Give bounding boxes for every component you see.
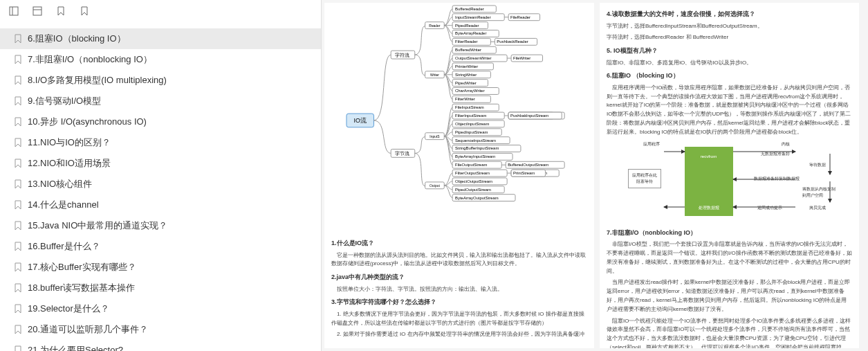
- toc-item-17[interactable]: 17.核心Buffer实现有哪些？: [0, 257, 321, 278]
- svg-text:FilterWriter: FilterWriter: [455, 97, 475, 101]
- toc-item-19[interactable]: 19.Selector是什么？: [0, 298, 321, 319]
- svg-text:PrintStream: PrintStream: [513, 171, 535, 175]
- svg-text:FileReader: FileReader: [510, 15, 530, 19]
- section-7-text2: 当用户进程发出read操作时，如果kernel中数据还没准备好，那么并不会blo…: [607, 278, 852, 314]
- svg-text:Writer: Writer: [430, 73, 439, 77]
- toc-list: 6.阻塞IO（blocking IO）7.非阻塞I/O（nonblocking …: [0, 23, 321, 351]
- svg-text:StringBufferInputStream: StringBufferInputStream: [455, 146, 499, 150]
- svg-text:ByteArrayReader: ByteArrayReader: [455, 31, 486, 35]
- svg-text:CharArrayWriter: CharArrayWriter: [455, 89, 485, 93]
- svg-text:InputStreamReader: InputStreamReader: [455, 15, 491, 19]
- section-1-text: 它是一种数据的流从源头流到目的地。比如文件拷贝，输入流和输出流都包括了。输入流从…: [331, 251, 587, 269]
- bookmark-icon: [14, 138, 22, 147]
- bookmark-icon: [14, 345, 22, 351]
- toc-item-12[interactable]: 12.NIO和IO适用场景: [0, 153, 321, 174]
- content-area: IO流字符流ReaderBufferedReaderInputStreamRea…: [322, 0, 868, 351]
- svg-text:PipedReader: PipedReader: [455, 24, 479, 28]
- toc-item-label: 16.Buffer是什么？: [28, 240, 100, 253]
- section-7-text1: 非阻塞I/O模型，我们把一个套接口设置为非阻塞就是告诉内核，当所请求的I/O操作…: [607, 240, 852, 276]
- toc-item-label: 18.buffer读写数据基本操作: [28, 282, 135, 294]
- svg-text:InputS: InputS: [430, 135, 440, 138]
- svg-text:FilterOutputStream: FilterOutputStream: [455, 171, 490, 175]
- bookmark-icon: [14, 55, 22, 64]
- toc-item-21[interactable]: 21.为什么要用Selector?: [0, 340, 321, 351]
- toc-item-7[interactable]: 7.非阻塞I/O（nonblocking IO）: [0, 49, 321, 70]
- toc-item-label: 19.Selector是什么？: [28, 303, 109, 315]
- bookmark-icon: [14, 262, 22, 272]
- svg-text:FileInputStream: FileInputStream: [455, 105, 484, 109]
- blocking-io-diagram: 应用程序 应用程序在此阻塞等待 系统调用 recvfrom 处理数据报 内核 无…: [607, 141, 852, 224]
- toc-item-label: 12.NIO和IO适用场景: [28, 157, 111, 170]
- svg-text:FileOutputStream: FileOutputStream: [455, 163, 487, 167]
- outline-icon[interactable]: [32, 6, 43, 17]
- toc-item-15[interactable]: 15.Java NIO中最常用的通道实现？: [0, 215, 321, 236]
- mindmap-diagram: IO流字符流ReaderBufferedReaderInputStreamRea…: [324, 3, 594, 235]
- toc-item-9[interactable]: 9.信号驱动I/O模型: [0, 91, 321, 111]
- svg-text:PipedInputStream: PipedInputStream: [455, 130, 488, 134]
- toc-item-16[interactable]: 16.Buffer是什么？: [0, 236, 321, 257]
- section-6-title: 6.阻塞IO （blocking IO）: [607, 71, 852, 81]
- toc-item-label: 14.什么是channel: [28, 199, 99, 211]
- toc-item-label: 8.I/O多路复用模型(IO multiplexing): [28, 74, 167, 87]
- section-4-title: 4.读取数据量大的文件时，速度会很慢，如何选择流？: [607, 10, 852, 19]
- toc-item-label: 6.阻塞IO（blocking IO）: [28, 33, 126, 45]
- toc-item-8[interactable]: 8.I/O多路复用模型(IO multiplexing): [0, 70, 321, 91]
- toc-item-13[interactable]: 13.NIO核心组件: [0, 174, 321, 195]
- toc-item-label: 11.NIO与IO的区别？: [28, 136, 111, 149]
- toc-item-label: 21.为什么要用Selector?: [28, 344, 123, 351]
- svg-text:ObjectOutputStream: ObjectOutputStream: [455, 179, 492, 183]
- toc-item-14[interactable]: 14.什么是channel: [0, 195, 321, 215]
- bookmark-icon: [14, 34, 22, 44]
- section-3-text1: 1. 绝大多数情况下使用字节流会更好，因为字节流是字符流的包装，而大多数时候 I…: [331, 310, 587, 328]
- svg-text:ObjectInputStream: ObjectInputStream: [455, 122, 489, 126]
- svg-rect-0: [10, 7, 18, 15]
- bookmark-icon: [14, 283, 22, 293]
- toc-item-label: 20.通道可以监听那几个事件？: [28, 323, 148, 336]
- section-2-title: 2.java中有几种类型的流？: [331, 273, 587, 282]
- bookmark-icon: [14, 304, 22, 314]
- bookmark-icon: [14, 242, 22, 251]
- toc-item-20[interactable]: 20.通道可以监听那几个事件？: [0, 319, 321, 340]
- svg-text:PipedWriter: PipedWriter: [455, 81, 477, 85]
- toc-item-18[interactable]: 18.buffer读写数据基本操作: [0, 278, 321, 298]
- section-1-title: 1.什么是IO流？: [331, 239, 587, 249]
- svg-text:字符流: 字符流: [395, 53, 409, 57]
- toc-item-10[interactable]: 10.异步 I/O(asynchronous IO): [0, 111, 321, 132]
- svg-rect-2: [33, 7, 41, 15]
- bookmark-icon: [14, 179, 22, 189]
- svg-text:Output: Output: [430, 184, 440, 188]
- bookmark-icon: [14, 159, 22, 168]
- toc-item-label: 10.异步 I/O(asynchronous IO): [28, 116, 147, 128]
- toc-item-label: 13.NIO核心组件: [28, 178, 92, 190]
- svg-text:ByteArrayInputStream: ByteArrayInputStream: [455, 154, 495, 159]
- svg-text:PushbakInputStream: PushbakInputStream: [510, 114, 548, 118]
- bookmark-icon: [14, 96, 22, 106]
- bookmark-icon[interactable]: [55, 6, 66, 17]
- svg-text:StringWriter: StringWriter: [455, 73, 477, 77]
- svg-text:OutputStreamWriter: OutputStreamWriter: [455, 56, 491, 60]
- sidebar: 6.阻塞IO（blocking IO）7.非阻塞I/O（nonblocking …: [0, 0, 322, 351]
- svg-text:BufferedReader: BufferedReader: [455, 7, 484, 11]
- svg-text:Reader: Reader: [429, 24, 441, 28]
- svg-text:PushbackReader: PushbackReader: [497, 39, 528, 44]
- collapse-icon[interactable]: [8, 6, 19, 17]
- section-7-text3: 阻塞IO一个线程只能处理一个IO流事件，要想同时处理多个IO流事件要么多线程要么…: [607, 317, 852, 348]
- svg-text:BufferedOutputStream: BufferedOutputStream: [508, 163, 548, 167]
- toolbar: [0, 0, 321, 23]
- svg-text:PrinterWriter: PrinterWriter: [455, 64, 478, 69]
- section-6-text: 应用程序调用一个IO函数，导致应用程序阻塞，如果数据已经准备好，从内核拷贝到用户…: [607, 84, 852, 137]
- svg-text:FilterInputStream: FilterInputStream: [455, 114, 486, 118]
- svg-text:FilterReader: FilterReader: [455, 39, 478, 44]
- bookmark-filled-icon[interactable]: [79, 6, 90, 17]
- section-4-text2: 字符流时，选择BufferedReader 和 BufferedWriter: [607, 33, 852, 42]
- toc-item-label: 7.非阻塞I/O（nonblocking IO）: [28, 53, 152, 66]
- svg-text:IO流: IO流: [354, 117, 367, 124]
- section-3-text2: 2. 如果对于操作需要通过 IO 在内存中频繁处理字符串的情况使用字符流会好些，…: [331, 330, 587, 339]
- section-4-text1: 字节流时，选择BufferedInputStream和BufferedOutpu…: [607, 22, 852, 31]
- toc-item-11[interactable]: 11.NIO与IO的区别？: [0, 132, 321, 153]
- svg-text:FileWriter: FileWriter: [513, 56, 530, 60]
- page-2: 4.读取数据量大的文件时，速度会很慢，如何选择流？ 字节流时，选择Buffere…: [600, 3, 859, 348]
- bookmark-icon: [14, 325, 22, 334]
- toc-item-6[interactable]: 6.阻塞IO（blocking IO）: [0, 28, 321, 49]
- svg-text:ByteArrayOutputStream: ByteArrayOutputStream: [455, 196, 499, 200]
